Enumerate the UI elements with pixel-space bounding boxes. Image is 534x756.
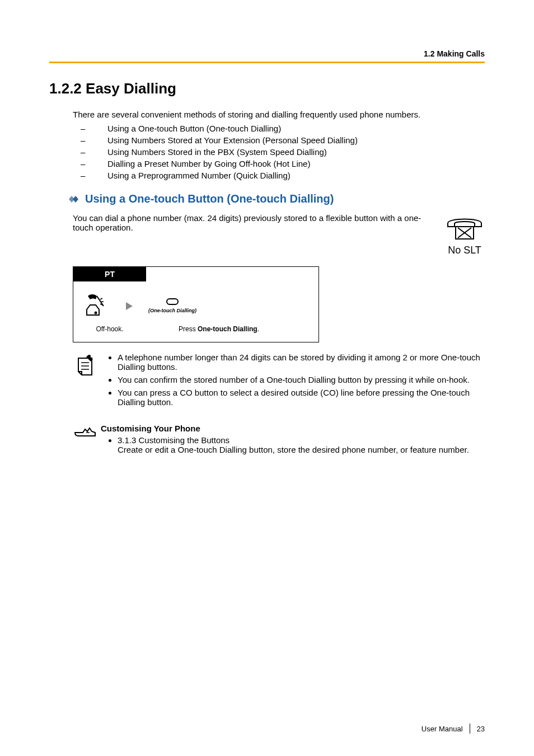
no-slt-phone-icon — [444, 213, 485, 242]
svg-point-5 — [95, 312, 97, 314]
arrow-right-icon — [125, 301, 134, 311]
list-item: Using Numbers Stored at Your Extension (… — [94, 135, 485, 145]
customise-title: Customising Your Phone — [101, 424, 469, 433]
sub-heading: Using a One-touch Button (One-touch Dial… — [85, 192, 334, 205]
step-caption-press: Press One-touch Dialling. — [163, 325, 275, 333]
svg-marker-1 — [73, 196, 78, 203]
procedure-tab: PT — [73, 267, 146, 281]
step-caption-offhook: Off-hook. — [85, 325, 135, 333]
list-item: You can confirm the stored number of a O… — [118, 375, 485, 384]
list-item: Using a Preprogrammed Number (Quick Dial… — [94, 171, 485, 180]
no-slt-label: No SLT — [444, 245, 485, 256]
intro-paragraph: There are several convenient methods of … — [73, 110, 485, 119]
list-item: 3.1.3 Customising the Buttons Create or … — [118, 435, 469, 454]
footer-divider — [470, 724, 470, 734]
list-item: You can press a CO button to select a de… — [118, 388, 485, 407]
customise-list: 3.1.3 Customising the Buttons Create or … — [101, 435, 469, 454]
section-title: 1.2.2 Easy Dialling — [49, 80, 485, 97]
header-rule — [49, 62, 485, 63]
procedure-box: PT — [73, 266, 319, 342]
svg-rect-7 — [167, 299, 178, 304]
footer-page-number: 23 — [477, 725, 485, 733]
customise-desc: Create or edit a One-touch Dialling butt… — [118, 445, 469, 454]
customise-hand-icon — [73, 424, 101, 440]
button-small-label: (One-touch Dialling) — [148, 308, 196, 314]
list-item: Dialling a Preset Number by Going Off-ho… — [94, 159, 485, 168]
methods-list: Using a One-touch Button (One-touch Dial… — [94, 124, 485, 180]
customise-link: 3.1.3 Customising the Buttons — [118, 435, 229, 445]
one-touch-button-icon — [148, 298, 196, 305]
sub-paragraph: You can dial a phone number (max. 24 dig… — [73, 213, 439, 232]
page-header-section: 1.2 Making Calls — [49, 49, 485, 62]
diamond-icon — [66, 194, 79, 204]
svg-marker-6 — [126, 302, 133, 310]
list-item: A telephone number longer than 24 digits… — [118, 353, 485, 372]
list-item: Using Numbers Stored in the PBX (System … — [94, 147, 485, 157]
footer-label: User Manual — [421, 725, 463, 733]
offhook-handset-icon — [85, 293, 110, 316]
notes-list: A telephone number longer than 24 digits… — [101, 353, 485, 410]
page-footer: User Manual 23 — [421, 724, 485, 734]
notes-icon — [73, 353, 101, 378]
list-item: Using a One-touch Button (One-touch Dial… — [94, 124, 485, 133]
svg-point-11 — [88, 355, 91, 357]
